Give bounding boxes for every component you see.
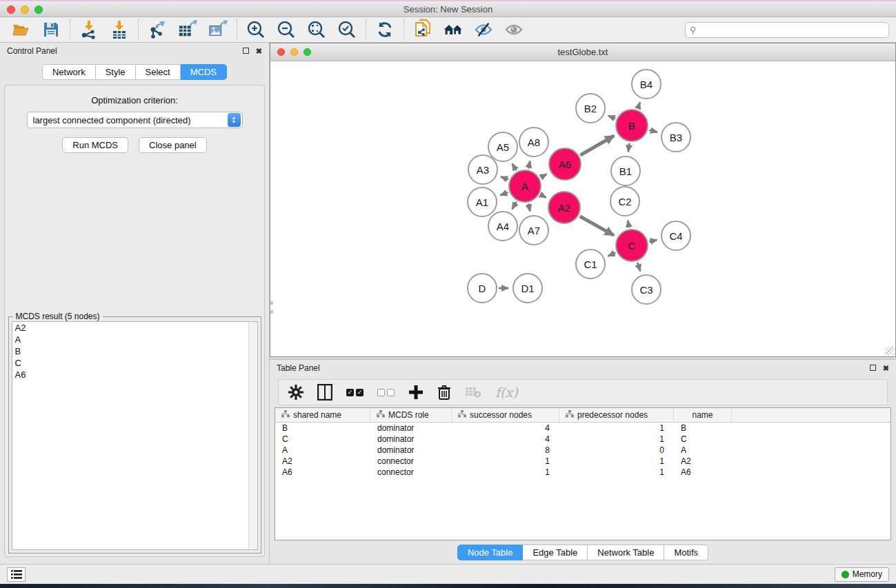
column-header-MCDS-role[interactable]: MCDS role bbox=[370, 408, 452, 422]
import-table-icon[interactable] bbox=[110, 20, 129, 39]
graph-node-A1[interactable]: A1 bbox=[468, 187, 497, 216]
graph-node-A4[interactable]: A4 bbox=[488, 212, 517, 241]
graph-node-A8[interactable]: A8 bbox=[519, 128, 548, 156]
tab-node-table[interactable]: Node Table bbox=[457, 545, 524, 560]
graph-edge-C-C1[interactable] bbox=[608, 253, 616, 256]
delete-table-icon[interactable] bbox=[465, 383, 481, 401]
float-table-panel-icon[interactable] bbox=[870, 365, 876, 372]
column-header-name[interactable]: name bbox=[674, 408, 732, 422]
zoom-selected-icon[interactable] bbox=[337, 20, 357, 39]
float-panel-icon[interactable] bbox=[243, 48, 249, 55]
memory-button[interactable]: Memory bbox=[835, 567, 889, 582]
result-list-scrollbar[interactable] bbox=[248, 322, 257, 549]
graph-node-D1[interactable]: D1 bbox=[513, 274, 542, 303]
hide-panels-eye-slash-icon[interactable] bbox=[474, 20, 493, 39]
graph-node-A6[interactable]: A6 bbox=[549, 148, 581, 180]
zoom-fit-icon[interactable] bbox=[307, 20, 326, 39]
graph-node-C[interactable]: C bbox=[616, 230, 648, 261]
table-row[interactable]: Cdominator41C bbox=[275, 434, 890, 445]
graph-edge-B-B4[interactable] bbox=[638, 102, 640, 108]
import-network-icon[interactable] bbox=[79, 20, 99, 39]
tab-mcds[interactable]: MCDS bbox=[181, 64, 227, 80]
tab-edge-table[interactable]: Edge Table bbox=[523, 545, 588, 560]
graph-edge-C-C4[interactable] bbox=[649, 240, 657, 241]
delete-columns-trash-icon[interactable] bbox=[437, 383, 451, 401]
graph-edge-A-A5[interactable] bbox=[512, 163, 517, 170]
close-panel-icon[interactable]: ✖ bbox=[256, 48, 262, 55]
table-row[interactable]: Bdominator41B bbox=[275, 423, 890, 434]
graph-edge-A-A2[interactable] bbox=[541, 194, 546, 197]
graph-node-B2[interactable]: B2 bbox=[576, 94, 605, 123]
zoom-window-button[interactable] bbox=[34, 6, 43, 14]
close-window-button[interactable] bbox=[7, 6, 15, 14]
settings-gear-icon[interactable] bbox=[288, 383, 303, 401]
column-header-successor-nodes[interactable]: successor nodes bbox=[452, 408, 559, 422]
close-panel-button[interactable]: Close panel bbox=[139, 137, 207, 153]
network-minimize-button[interactable] bbox=[290, 48, 298, 56]
deselect-all-checkboxes-icon[interactable] bbox=[377, 383, 395, 401]
export-network-icon[interactable] bbox=[148, 20, 167, 39]
graph-node-C2[interactable]: C2 bbox=[610, 187, 639, 216]
open-session-icon[interactable] bbox=[11, 20, 30, 39]
result-item[interactable]: A bbox=[12, 334, 257, 345]
graph-node-D[interactable]: D bbox=[468, 274, 497, 303]
function-builder-icon[interactable]: f(x) bbox=[495, 383, 518, 401]
graph-node-A7[interactable]: A7 bbox=[519, 216, 548, 245]
tab-network-table[interactable]: Network Table bbox=[588, 545, 664, 560]
graph-node-A[interactable]: A bbox=[509, 170, 541, 202]
new-network-from-selection-icon[interactable] bbox=[413, 20, 432, 39]
graph-edge-C-C2[interactable] bbox=[628, 221, 629, 228]
task-history-list-icon[interactable] bbox=[7, 567, 26, 582]
result-item[interactable]: A6 bbox=[12, 369, 257, 381]
column-header-predecessor-nodes[interactable]: predecessor nodes bbox=[559, 408, 674, 422]
export-table-icon[interactable] bbox=[178, 20, 197, 39]
run-mcds-button[interactable]: Run MCDS bbox=[62, 137, 128, 153]
tab-motifs[interactable]: Motifs bbox=[664, 545, 708, 560]
window-resize-grip[interactable] bbox=[886, 347, 895, 356]
optimization-criterion-dropdown[interactable]: largest connected component (directed) ▲… bbox=[27, 112, 243, 128]
graph-edge-A-A4[interactable] bbox=[512, 202, 517, 210]
graph-node-A5[interactable]: A5 bbox=[488, 132, 517, 161]
add-column-icon[interactable] bbox=[408, 383, 424, 401]
graph-edge-B-B1[interactable] bbox=[628, 143, 630, 152]
export-image-icon[interactable] bbox=[208, 20, 228, 39]
graph-node-B3[interactable]: B3 bbox=[661, 123, 690, 152]
home-icon[interactable] bbox=[444, 20, 463, 39]
result-item[interactable]: C bbox=[12, 357, 257, 369]
graph-node-C3[interactable]: C3 bbox=[632, 275, 661, 304]
graph-node-A2[interactable]: A2 bbox=[548, 192, 580, 223]
refresh-icon[interactable] bbox=[375, 20, 395, 39]
graph-edge-A-A3[interactable] bbox=[501, 176, 508, 179]
graph-edge-A-A6[interactable] bbox=[541, 174, 547, 177]
graph-edge-B-B3[interactable] bbox=[649, 130, 657, 132]
network-canvas[interactable]: AA1A2A3A4A5A6A7A8BB1B2B3B4CC1C2C3C4DD1 bbox=[270, 61, 895, 356]
zoom-in-icon[interactable] bbox=[246, 20, 266, 39]
graph-node-C4[interactable]: C4 bbox=[661, 221, 690, 250]
tab-select[interactable]: Select bbox=[136, 64, 181, 80]
network-close-button[interactable] bbox=[277, 48, 285, 56]
minimize-window-button[interactable] bbox=[21, 6, 29, 14]
graph-node-C1[interactable]: C1 bbox=[576, 250, 605, 278]
table-row[interactable]: A2connector11A2 bbox=[275, 456, 890, 467]
graph-edge-A-A1[interactable] bbox=[500, 192, 508, 195]
graph-node-B[interactable]: B bbox=[616, 110, 648, 141]
graph-node-A3[interactable]: A3 bbox=[468, 155, 497, 184]
search-input[interactable] bbox=[699, 25, 884, 34]
network-window-titlebar[interactable]: testGlobe.txt bbox=[270, 43, 895, 61]
splitter-handle[interactable] bbox=[270, 301, 273, 314]
tab-network[interactable]: Network bbox=[42, 64, 96, 80]
graph-edge-B-B2[interactable] bbox=[608, 116, 615, 119]
graph-edge-A-A8[interactable] bbox=[528, 161, 530, 168]
result-item[interactable]: A2 bbox=[12, 322, 257, 334]
table-row[interactable]: Adominator80A bbox=[275, 445, 890, 456]
save-session-icon[interactable] bbox=[41, 20, 61, 39]
zoom-out-icon[interactable] bbox=[277, 20, 296, 39]
table-row[interactable]: A6connector11A6 bbox=[275, 467, 890, 478]
tab-style[interactable]: Style bbox=[96, 64, 136, 80]
graph-node-B1[interactable]: B1 bbox=[611, 156, 640, 185]
graph-edge-A6-B[interactable] bbox=[581, 136, 615, 155]
graph-edge-A-A7[interactable] bbox=[528, 203, 530, 211]
toggle-panel-columns-icon[interactable] bbox=[317, 383, 332, 401]
result-item[interactable]: B bbox=[12, 345, 257, 357]
select-all-checkboxes-icon[interactable]: ✓✓ bbox=[346, 383, 364, 401]
